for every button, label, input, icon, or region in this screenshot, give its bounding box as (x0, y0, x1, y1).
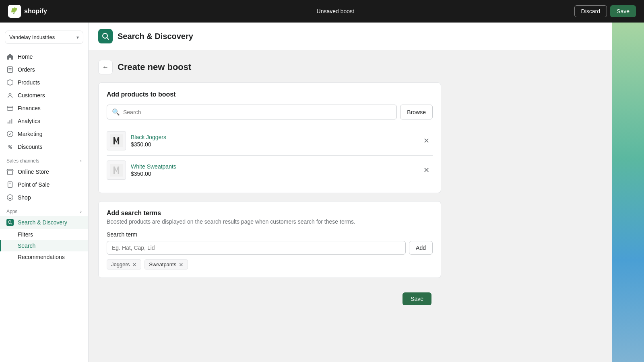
search-term-input[interactable] (107, 241, 406, 255)
sidebar-item-shop[interactable]: Shop (0, 191, 88, 204)
sidebar-item-label: Customers (18, 92, 45, 99)
remove-white-sweatpants-button[interactable]: ✕ (420, 164, 433, 176)
section-header: ← Create new boost (98, 60, 441, 74)
sidebar-item-label: Finances (18, 105, 41, 111)
shop-icon (6, 194, 14, 201)
back-button[interactable]: ← (98, 60, 113, 74)
add-term-button[interactable]: Add (409, 241, 433, 255)
sales-channels-section[interactable]: Sales channels › (0, 153, 88, 165)
topbar-actions: Discard Save (574, 5, 636, 17)
save-button-top[interactable]: Save (610, 5, 636, 17)
svg-point-12 (10, 147, 12, 149)
product-name-white-sweatpants[interactable]: White Sweatpants (131, 163, 420, 170)
term-input-row: Add (107, 241, 433, 255)
customers-icon (6, 92, 14, 99)
white-sweatpants-image (110, 164, 123, 177)
black-joggers-image (110, 134, 123, 147)
sidebar-item-label: Point of Sale (18, 181, 50, 188)
apps-chevron-icon: › (80, 209, 82, 214)
svg-rect-5 (7, 106, 13, 111)
apps-section[interactable]: Apps › (0, 204, 88, 216)
sidebar-item-label: Marketing (18, 131, 42, 137)
sidebar-item-label: Home (18, 53, 33, 60)
add-terms-title: Add search terms (107, 210, 433, 217)
pos-icon (6, 181, 14, 188)
sidebar-item-point-of-sale[interactable]: Point of Sale (0, 178, 88, 191)
search-app-icon (6, 219, 14, 226)
add-search-terms-card: Add search terms Boosted products are di… (98, 201, 441, 278)
svg-point-11 (8, 145, 10, 147)
sidebar-item-discounts[interactable]: Discounts (0, 140, 88, 153)
page-header-title: Search & Discovery (118, 32, 193, 41)
sidebar: Vandelay Industries ▾ Home Orders Produc… (0, 23, 89, 362)
sales-channels-label: Sales channels (6, 158, 39, 164)
search-term-label: Search term (107, 231, 433, 238)
sidebar-item-label: Analytics (18, 118, 40, 124)
sidebar-item-marketing[interactable]: Marketing (0, 128, 88, 140)
add-products-title: Add products to boost (107, 91, 433, 98)
sidebar-item-label: Filters (18, 231, 33, 238)
discard-button[interactable]: Discard (574, 5, 607, 17)
remove-black-joggers-button[interactable]: ✕ (420, 135, 433, 147)
tag-label-joggers: Joggers (111, 261, 130, 267)
svg-rect-8 (9, 120, 10, 123)
close-icon: ✕ (423, 137, 429, 145)
finances-icon (6, 105, 14, 112)
side-gradient (612, 23, 644, 362)
svg-line-20 (107, 38, 109, 39)
logo: shopify (8, 5, 97, 18)
sidebar-item-analytics[interactable]: Analytics (0, 115, 88, 128)
remove-tag-joggers-button[interactable]: ✕ (132, 262, 137, 267)
section-title: Create new boost (118, 62, 191, 72)
sidebar-item-label: Discounts (18, 144, 42, 150)
sidebar-item-recommendations[interactable]: Recommendations (0, 251, 88, 263)
sidebar-item-search[interactable]: Search (0, 240, 88, 251)
sidebar-item-label: Recommendations (18, 254, 65, 260)
product-search-input[interactable] (123, 109, 392, 115)
search-discovery-header-icon (101, 32, 109, 40)
svg-point-17 (8, 221, 11, 224)
product-search-wrap[interactable]: 🔍 (107, 105, 397, 119)
product-name-black-joggers[interactable]: Black Joggers (131, 134, 420, 140)
sidebar-item-customers[interactable]: Customers (0, 89, 88, 102)
save-button-bottom[interactable]: Save (402, 292, 431, 305)
store-selector[interactable]: Vandelay Industries ▾ (5, 31, 83, 44)
add-products-card: Add products to boost 🔍 Browse (98, 82, 441, 193)
sidebar-item-label: Shop (18, 194, 31, 201)
sidebar-item-filters[interactable]: Filters (0, 229, 88, 240)
topbar: shopify Unsaved boost Discard Save (0, 0, 644, 23)
bottom-save-area: Save (98, 286, 441, 312)
sidebar-item-finances[interactable]: Finances (0, 102, 88, 115)
remove-tag-sweatpants-button[interactable]: ✕ (179, 262, 184, 267)
sidebar-item-label: Search & Discovery (18, 219, 67, 226)
sidebar-item-orders[interactable]: Orders (0, 63, 88, 76)
sidebar-item-products[interactable]: Products (0, 76, 88, 89)
svg-rect-7 (8, 122, 9, 124)
svg-rect-9 (11, 119, 12, 124)
main-content: Search & Discovery ← Create new boost Ad… (89, 23, 612, 362)
logo-text: shopify (24, 8, 47, 15)
svg-rect-1 (8, 67, 13, 72)
product-info-white-sweatpants: White Sweatpants $350.00 (131, 163, 420, 177)
search-icon: 🔍 (112, 108, 120, 116)
layout: Vandelay Industries ▾ Home Orders Produc… (0, 23, 644, 362)
add-terms-description: Boosted products are displayed on the se… (107, 218, 433, 225)
products-icon (6, 79, 14, 86)
store-name: Vandelay Industries (9, 34, 55, 40)
apps-label: Apps (6, 209, 17, 214)
chevron-right-icon: › (80, 158, 82, 164)
svg-point-16 (7, 195, 13, 200)
sidebar-item-label: Search (18, 243, 35, 249)
product-price-black-joggers: $350.00 (131, 141, 420, 148)
product-info-black-joggers: Black Joggers $350.00 (131, 134, 420, 148)
sidebar-item-search-discovery[interactable]: Search & Discovery (0, 216, 88, 229)
sidebar-item-label: Products (18, 79, 40, 86)
tag-label-sweatpants: Sweatpants (149, 261, 176, 267)
product-item-white-sweatpants: White Sweatpants $350.00 ✕ (107, 155, 433, 185)
sidebar-item-home[interactable]: Home (0, 50, 88, 63)
search-terms-tags: Joggers ✕ Sweatpants ✕ (107, 259, 433, 269)
svg-rect-22 (110, 164, 123, 177)
chevron-down-icon: ▾ (76, 35, 79, 40)
sidebar-item-online-store[interactable]: Online Store (0, 165, 88, 178)
browse-button[interactable]: Browse (400, 105, 433, 119)
